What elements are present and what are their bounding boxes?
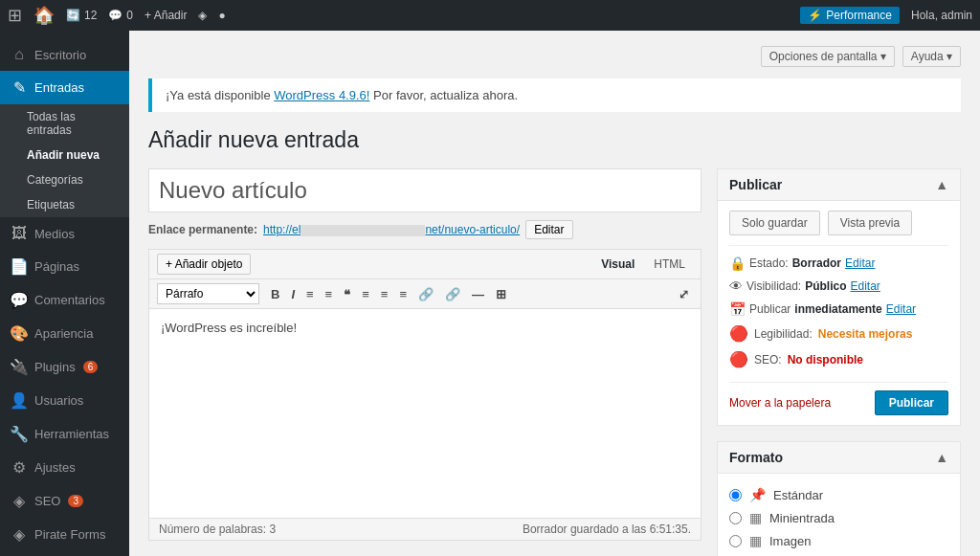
post-title-input[interactable] bbox=[148, 168, 702, 212]
updates-icon: 🔄 bbox=[66, 9, 80, 22]
header-bar: Opciones de pantalla ▾ Ayuda ▾ bbox=[148, 46, 961, 67]
medios-icon: 🖼 bbox=[10, 225, 29, 242]
site-icon[interactable]: 🏠 bbox=[33, 5, 55, 26]
dot-icon: ● bbox=[218, 9, 225, 22]
sidebar-item-loginizer[interactable]: ◈ Loginizer Security bbox=[0, 551, 129, 556]
more-button[interactable]: — bbox=[468, 285, 488, 303]
publish-time-edit-link[interactable]: Editar bbox=[886, 302, 916, 316]
format-icon-image: ▦ bbox=[749, 533, 762, 548]
visibility-edit-link[interactable]: Editar bbox=[851, 279, 880, 293]
permalink-label: Enlace permanente: bbox=[148, 223, 257, 236]
editor-toolbar-top: + Añadir objeto Visual HTML bbox=[148, 249, 702, 278]
sidebar-item-ajustes[interactable]: ⚙ Ajustes bbox=[0, 451, 129, 484]
formato-title: Formato bbox=[729, 450, 783, 465]
format-radio-aside[interactable] bbox=[729, 512, 742, 524]
publish-collapse-button[interactable]: ▲ bbox=[935, 177, 948, 192]
sidebar-item-medios[interactable]: 🖼 Medios bbox=[0, 217, 129, 250]
ul-button[interactable]: ≡ bbox=[302, 285, 318, 303]
sidebar-label-pirate-forms: Pirate Forms bbox=[34, 527, 105, 542]
table-button[interactable]: ⊞ bbox=[492, 285, 510, 303]
sidebar-label-ajustes: Ajustes bbox=[34, 460, 76, 475]
publish-box: Publicar ▲ Solo guardar Vista previa 🔒 E… bbox=[717, 168, 961, 426]
save-button[interactable]: Solo guardar bbox=[729, 211, 820, 235]
notice-link[interactable]: WordPress 4.9.6! bbox=[274, 88, 369, 102]
format-option-video: ▦ Vídeo bbox=[729, 552, 948, 556]
publish-info: 🔒 Estado: Borrador Editar 👁 Visibilidad:… bbox=[729, 245, 948, 378]
sub-item-all-entradas[interactable]: Todas las entradas bbox=[0, 104, 129, 143]
sidebar-label-usuarios: Usuarios bbox=[34, 393, 83, 408]
paginas-icon: 📄 bbox=[10, 257, 29, 276]
editor-body[interactable]: ¡WordPress es increíble! bbox=[148, 308, 702, 519]
add-new-item[interactable]: + Añadir bbox=[145, 9, 187, 22]
align-right-button[interactable]: ≡ bbox=[395, 285, 411, 303]
sub-item-etiquetas[interactable]: Etiquetas bbox=[0, 192, 129, 217]
sidebar-item-plugins[interactable]: 🔌 Plugins 6 bbox=[0, 350, 129, 384]
performance-label: Performance bbox=[826, 9, 892, 22]
add-object-button[interactable]: + Añadir objeto bbox=[157, 254, 251, 275]
format-radio-standard[interactable] bbox=[729, 489, 742, 501]
sidebar-item-usuarios[interactable]: 👤 Usuarios bbox=[0, 384, 129, 417]
status-edit-link[interactable]: Editar bbox=[845, 256, 875, 270]
comentarios-icon: 💬 bbox=[10, 291, 29, 309]
publish-time-row: 📅 Publicar inmediatamente Editar bbox=[729, 298, 948, 321]
visibility-label: Visibilidad: bbox=[746, 279, 801, 293]
publish-box-body: Solo guardar Vista previa 🔒 Estado: Borr… bbox=[718, 201, 960, 425]
sidebar-item-escritorio[interactable]: ⌂ Escritorio bbox=[0, 38, 129, 71]
formato-box-body: 📌 Estándar ▦ Minientrada ▦ Imagen bbox=[718, 474, 960, 556]
seo-badge: 3 bbox=[68, 495, 83, 507]
align-left-button[interactable]: ≡ bbox=[358, 285, 373, 303]
formato-collapse-button[interactable]: ▲ bbox=[935, 450, 948, 465]
sidebar-label-apariencia: Apariencia bbox=[34, 326, 93, 341]
escritorio-icon: ⌂ bbox=[10, 46, 29, 63]
sidebar-label-herramientas: Herramientas bbox=[34, 427, 109, 441]
html-tab[interactable]: HTML bbox=[646, 256, 693, 273]
screen-options-button[interactable]: Opciones de pantalla ▾ bbox=[761, 46, 895, 67]
plugin-icon: ◈ bbox=[198, 9, 207, 22]
format-icon-standard: 📌 bbox=[749, 487, 766, 502]
visibility-value: Público bbox=[805, 279, 846, 293]
sidebar-item-seo[interactable]: ◈ SEO 3 bbox=[0, 484, 129, 518]
italic-button[interactable]: I bbox=[287, 285, 299, 303]
plugins-badge: 6 bbox=[83, 361, 99, 373]
plugin-dot-item[interactable]: ● bbox=[218, 9, 225, 22]
sidebar-item-pirate-forms[interactable]: ◈ Pirate Forms bbox=[0, 518, 129, 551]
permalink-edit-button[interactable]: Editar bbox=[525, 220, 572, 239]
sidebar-item-paginas[interactable]: 📄 Páginas bbox=[0, 250, 129, 283]
editor-content: ¡WordPress es increíble! bbox=[161, 321, 689, 335]
visibility-row: 👁 Visibilidad: Público Editar bbox=[729, 275, 948, 298]
bold-button[interactable]: B bbox=[267, 285, 283, 303]
sub-item-add-nueva[interactable]: Añadir nueva bbox=[0, 143, 129, 167]
sidebar-item-entradas[interactable]: ✎ Entradas bbox=[0, 71, 129, 104]
format-icon-aside: ▦ bbox=[749, 510, 762, 525]
comments-item[interactable]: 💬 0 bbox=[108, 9, 133, 22]
help-button[interactable]: Ayuda ▾ bbox=[902, 46, 961, 67]
performance-bar-item[interactable]: ⚡ Performance bbox=[800, 7, 900, 24]
format-label-image: Imagen bbox=[769, 534, 811, 548]
trash-link[interactable]: Mover a la papelera bbox=[729, 396, 831, 410]
wp-logo-icon[interactable]: ⊞ bbox=[8, 5, 22, 26]
ol-button[interactable]: ≡ bbox=[322, 285, 337, 303]
preview-button[interactable]: Vista previa bbox=[828, 211, 912, 235]
visual-tab[interactable]: Visual bbox=[593, 256, 642, 273]
view-tabs: Visual HTML bbox=[593, 256, 693, 273]
format-option-image: ▦ Imagen bbox=[729, 529, 948, 552]
sub-item-categorias[interactable]: Categorías bbox=[0, 167, 129, 192]
blockquote-button[interactable]: ❝ bbox=[340, 285, 354, 303]
permalink-url[interactable]: http://elnet/nuevo-articulo/ bbox=[263, 223, 520, 236]
updates-item[interactable]: 🔄 12 bbox=[66, 9, 97, 22]
format-radio-image[interactable] bbox=[729, 535, 742, 547]
plugin-icon-item[interactable]: ◈ bbox=[198, 9, 207, 22]
align-center-button[interactable]: ≡ bbox=[377, 285, 392, 303]
link-button[interactable]: 🔗 bbox=[414, 285, 437, 303]
format-select[interactable]: Párrafo Encabezado 1 Encabezado 2 bbox=[157, 283, 259, 304]
format-label-standard: Estándar bbox=[773, 488, 823, 502]
fullscreen-button[interactable]: ⤢ bbox=[675, 285, 693, 303]
herramientas-icon: 🔧 bbox=[10, 425, 29, 443]
sidebar-item-comentarios[interactable]: 💬 Comentarios bbox=[0, 283, 129, 317]
sidebar-item-apariencia[interactable]: 🎨 Apariencia bbox=[0, 317, 129, 350]
publish-button[interactable]: Publicar bbox=[875, 390, 948, 415]
sidebar-item-herramientas[interactable]: 🔧 Herramientas bbox=[0, 417, 129, 451]
publish-time-label: Publicar bbox=[749, 302, 791, 316]
unlink-button[interactable]: 🔗 bbox=[441, 285, 464, 303]
entradas-icon: ✎ bbox=[10, 78, 29, 97]
